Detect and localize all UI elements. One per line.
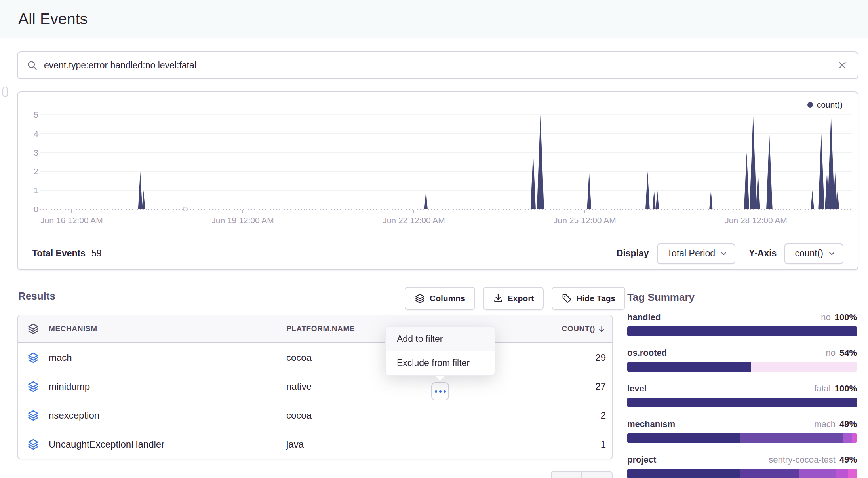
table-row[interactable]: machcocoa29 [18, 343, 612, 372]
tag-top-value: no [821, 312, 830, 322]
chart-hover-marker [183, 207, 188, 211]
tag-bar-segment[interactable] [852, 433, 857, 443]
layers-icon[interactable] [18, 410, 49, 421]
page-title: All Events [18, 10, 88, 28]
y-axis-label: 1 [19, 185, 38, 196]
tag-bar-segment[interactable] [627, 398, 857, 407]
layers-icon[interactable] [18, 381, 49, 393]
count-cell[interactable]: 1 [533, 439, 612, 450]
count-spike [142, 190, 145, 209]
tag-bar-segment[interactable] [848, 469, 857, 478]
tag-bar-segment[interactable] [843, 433, 852, 443]
results-toolbar: Columns Export Hide Tags [405, 287, 625, 310]
next-page-button[interactable] [581, 471, 613, 478]
tag-bar[interactable] [627, 362, 857, 372]
results-table: MECHANISM PLATFORM.NAME COUNT() machcoco… [17, 315, 613, 459]
y-axis-label: 3 [19, 147, 38, 158]
table-row[interactable]: minidumpnative27 [18, 372, 612, 401]
mechanism-cell[interactable]: UncaughtExceptionHandler [49, 439, 286, 450]
count-cell[interactable]: 2 [533, 410, 612, 421]
table-row[interactable]: nsexceptioncocoa2 [18, 401, 612, 430]
columns-button-label: Columns [430, 294, 465, 303]
platform-cell[interactable]: native [286, 381, 533, 392]
y-axis-label: 5 [19, 109, 38, 120]
mechanism-cell[interactable]: minidump [49, 381, 286, 392]
count-cell[interactable]: 27 [533, 381, 612, 392]
tag-name: mechanism [627, 419, 675, 429]
x-axis-label: Jun 25 12:00 AM [533, 216, 636, 225]
y-axis-label: 2 [19, 166, 38, 177]
table-header-row: MECHANISM PLATFORM.NAME COUNT() [18, 315, 612, 343]
tag-item: os.rootedno54% [627, 348, 857, 372]
yaxis-dropdown-value: count() [795, 248, 823, 259]
display-label: Display [617, 248, 649, 259]
tag-bar-segment[interactable] [627, 433, 740, 443]
events-over-time-chart[interactable] [40, 107, 852, 218]
tag-item: handledno100% [627, 312, 857, 336]
tag-bar-segment[interactable] [740, 433, 843, 443]
tag-item: mechanismmach49% [627, 419, 857, 443]
tag-bar-segment[interactable] [627, 469, 740, 478]
count-spike [750, 115, 757, 209]
yaxis-dropdown[interactable]: count() [784, 243, 843, 264]
column-header-mechanism[interactable]: MECHANISM [49, 324, 286, 333]
tag-item: levelfatal100% [627, 383, 857, 407]
total-events-label: Total Events [32, 248, 86, 259]
tag-bar[interactable] [627, 469, 857, 478]
search-input[interactable] [44, 60, 837, 71]
layers-icon[interactable] [18, 323, 49, 335]
count-spike [653, 190, 656, 209]
tag-percentage: 49% [839, 455, 857, 465]
column-header-count[interactable]: COUNT() [533, 324, 612, 334]
count-spike [828, 115, 835, 209]
cell-actions-button[interactable] [431, 382, 449, 400]
tag-percentage: 49% [839, 419, 857, 429]
export-button[interactable]: Export [483, 287, 544, 310]
events-chart-panel: count() 543210 Jun 16 12:00 AMJun 19 12:… [17, 91, 858, 270]
panel-drag-handle[interactable] [2, 87, 8, 97]
ellipsis-icon [435, 390, 437, 393]
platform-cell[interactable]: cocoa [286, 410, 533, 421]
yaxis-label: Y-Axis [749, 248, 777, 259]
cell-actions-menu: Add to filter Exclude from filter [385, 326, 495, 376]
tag-bar-segment[interactable] [740, 469, 799, 478]
pagination-controls [551, 471, 613, 478]
display-dropdown-value: Total Period [667, 248, 715, 259]
tag-bar[interactable] [627, 433, 857, 443]
columns-button[interactable]: Columns [405, 287, 475, 310]
tag-bar[interactable] [627, 326, 857, 336]
table-row[interactable]: UncaughtExceptionHandlerjava1 [18, 430, 612, 459]
mechanism-cell[interactable]: nsexception [49, 410, 286, 421]
platform-cell[interactable]: java [286, 439, 533, 450]
display-dropdown[interactable]: Total Period [657, 243, 735, 264]
layers-icon[interactable] [18, 438, 49, 450]
total-events-value: 59 [91, 248, 102, 259]
hide-tags-button[interactable]: Hide Tags [552, 287, 625, 310]
previous-page-button[interactable] [551, 471, 582, 478]
layers-icon[interactable] [18, 352, 49, 364]
tag-summary-list: handledno100%os.rootedno54%levelfatal100… [627, 312, 857, 478]
tag-bar[interactable] [627, 398, 857, 407]
clear-search-icon[interactable] [837, 60, 847, 70]
y-axis-label: 4 [19, 128, 38, 139]
count-spike [424, 190, 428, 209]
search-icon [27, 60, 38, 71]
search-bar[interactable] [17, 51, 858, 79]
count-cell[interactable]: 29 [533, 352, 612, 363]
chart-footer: Total Events 59 Display Total Period Y-A… [18, 237, 858, 269]
tag-name: project [627, 455, 656, 465]
tag-bar-segment[interactable] [751, 362, 857, 372]
mechanism-cell[interactable]: mach [49, 352, 286, 363]
tag-bar-segment[interactable] [799, 469, 836, 478]
tag-bar-segment[interactable] [627, 362, 751, 372]
menu-item-add-to-filter[interactable]: Add to filter [386, 327, 495, 351]
menu-item-exclude-from-filter[interactable]: Exclude from filter [386, 351, 495, 375]
count-spike [811, 190, 814, 209]
tag-percentage: 100% [835, 312, 857, 322]
y-axis-label: 0 [19, 204, 38, 215]
tag-bar-segment[interactable] [627, 326, 857, 336]
x-axis-label: Jun 22 12:00 AM [362, 216, 465, 225]
hide-tags-button-label: Hide Tags [576, 294, 615, 303]
tag-name: handled [627, 312, 661, 322]
tag-bar-segment[interactable] [836, 469, 848, 478]
